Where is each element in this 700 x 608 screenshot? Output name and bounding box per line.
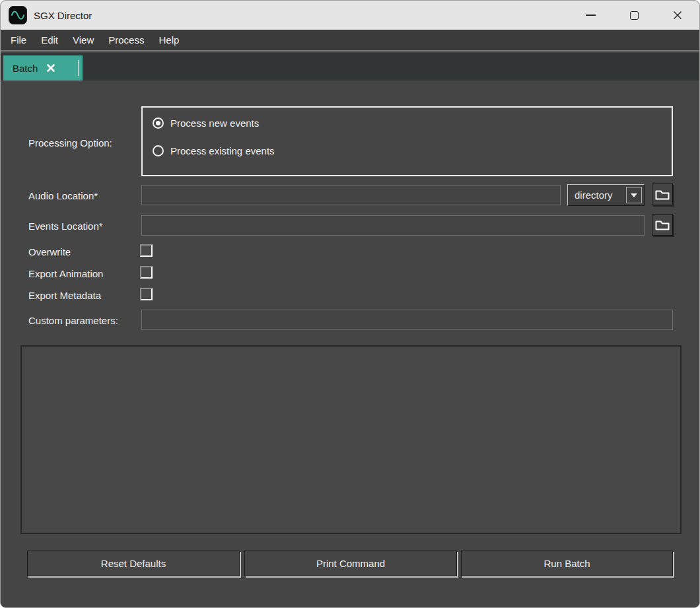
close-button[interactable]: [656, 2, 699, 28]
audio-location-type-dropdown[interactable]: directory: [567, 184, 645, 206]
export-animation-checkbox[interactable]: [140, 266, 153, 279]
radio-label: Process new events: [170, 118, 259, 129]
radio-process-new-events[interactable]: Process new events: [153, 118, 259, 129]
app-window: SGX Director File Edit View Process Help…: [0, 0, 700, 608]
tab-close-icon[interactable]: [46, 63, 55, 73]
menu-item-process[interactable]: Process: [101, 31, 151, 49]
folder-icon: [655, 219, 670, 230]
menubar: File Edit View Process Help: [1, 30, 699, 51]
audio-location-label: Audio Location*: [28, 189, 98, 203]
events-location-input[interactable]: [141, 215, 645, 236]
menu-item-edit[interactable]: Edit: [34, 31, 65, 49]
menu-item-file[interactable]: File: [3, 31, 34, 49]
folder-icon: [655, 189, 670, 200]
minimize-button[interactable]: [569, 2, 612, 28]
tab-batch[interactable]: Batch: [3, 55, 83, 81]
app-logo-icon: [9, 6, 27, 24]
events-location-label: Events Location*: [28, 220, 103, 233]
window-controls: [569, 1, 699, 30]
overwrite-checkbox[interactable]: [140, 244, 153, 257]
export-metadata-label: Export Metadata: [28, 289, 101, 302]
close-icon: [672, 10, 683, 20]
window-title: SGX Director: [34, 10, 92, 21]
export-metadata-checkbox[interactable]: [140, 288, 153, 300]
audio-location-browse-button[interactable]: [652, 184, 673, 205]
events-location-browse-button[interactable]: [652, 214, 673, 236]
reset-defaults-button[interactable]: Reset Defaults: [27, 551, 240, 576]
dropdown-button[interactable]: [626, 187, 642, 203]
custom-parameters-input[interactable]: [141, 310, 673, 330]
radio-label: Process existing events: [170, 145, 275, 156]
chevron-down-icon: [631, 193, 637, 197]
log-output-area[interactable]: [20, 345, 682, 534]
custom-parameters-label: Custom parameters:: [28, 314, 118, 327]
tab-label: Batch: [13, 63, 38, 74]
audio-location-input[interactable]: [141, 185, 561, 205]
export-animation-label: Export Animation: [28, 267, 103, 281]
print-command-button[interactable]: Print Command: [244, 551, 457, 576]
radio-button-icon[interactable]: [153, 145, 164, 156]
menu-item-view[interactable]: View: [65, 31, 101, 49]
maximize-icon: [630, 11, 639, 20]
minimize-icon: [586, 15, 596, 16]
menu-item-help[interactable]: Help: [151, 31, 186, 49]
processing-option-group: Process new events Process existing even…: [141, 106, 673, 176]
tab-bar: Batch: [1, 53, 699, 81]
run-batch-button[interactable]: Run Batch: [461, 551, 673, 576]
radio-button-icon[interactable]: [153, 118, 164, 129]
processing-option-label: Processing Option:: [28, 137, 112, 150]
maximize-button[interactable]: [612, 2, 656, 28]
overwrite-label: Overwrite: [28, 246, 71, 259]
dropdown-selected-value: directory: [575, 189, 626, 201]
batch-panel: Processing Option: Process new events Pr…: [1, 81, 699, 608]
titlebar: SGX Director: [1, 1, 699, 30]
radio-process-existing-events[interactable]: Process existing events: [153, 145, 275, 156]
